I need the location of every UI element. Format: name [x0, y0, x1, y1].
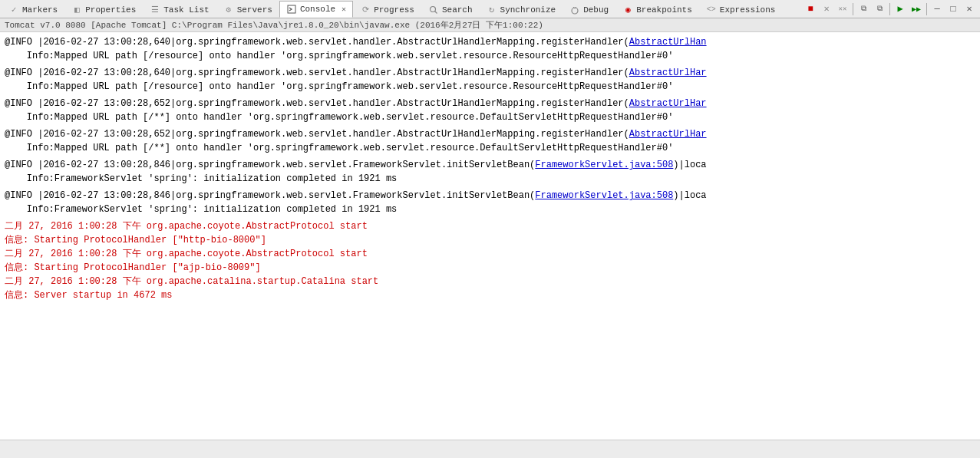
log-line-7f: 信息: Server startup in 4672 ms	[5, 288, 975, 302]
log-entry-1: @INFO |2016-02-27 13:00:28,640|org.sprin…	[5, 35, 975, 63]
svg-point-3	[572, 8, 578, 14]
separator-1	[853, 3, 853, 15]
progress-icon: ⟳	[360, 5, 371, 15]
log-line-7b: 信息: Starting ProtocolHandler ["http-bio-…	[5, 233, 975, 247]
tab-search-label: Search	[442, 5, 473, 15]
debug-icon	[569, 5, 580, 15]
view-button-2[interactable]: ⧉	[872, 2, 887, 17]
log-line-5b: Info:FrameworkServlet 'spring': initiali…	[5, 172, 975, 186]
status-bar	[0, 440, 980, 458]
svg-point-1	[430, 6, 435, 12]
link-2[interactable]: AbstractUrlHar	[629, 68, 707, 78]
tab-servers-label: Servers	[237, 5, 272, 15]
svg-line-2	[434, 11, 437, 13]
log-line-7d: 信息: Starting ProtocolHandler ["ajp-bio-8…	[5, 261, 975, 275]
log-line-4b: Info:Mapped URL path [/**] onto handler …	[5, 141, 975, 155]
maximize-button[interactable]: □	[945, 2, 961, 17]
tab-progress-label: Progress	[374, 5, 414, 15]
log-line-5: @INFO |2016-02-27 13:00:28,846|org.sprin…	[5, 158, 975, 172]
expressions-icon: <>	[706, 5, 717, 15]
link-1[interactable]: AbstractUrlHan	[629, 37, 707, 48]
tasklist-icon: ☰	[150, 5, 160, 15]
tab-breakpoints[interactable]: ◉ Breakpoints	[615, 1, 699, 18]
separator-3	[926, 3, 927, 15]
tab-console-label: Console	[300, 5, 335, 14]
tab-expressions[interactable]: <> Expressions	[699, 1, 783, 18]
run-button[interactable]: ▶	[893, 2, 908, 17]
tab-tasklist-label: Task List	[163, 5, 209, 15]
log-line-4: @INFO |2016-02-27 13:00:28,652|org.sprin…	[5, 127, 975, 141]
log-entry-6: @INFO |2016-02-27 13:00:28,846|org.sprin…	[5, 189, 975, 216]
console-output: @INFO |2016-02-27 13:00:28,640|org.sprin…	[0, 32, 980, 440]
log-line-3: @INFO |2016-02-27 13:00:28,652|org.sprin…	[5, 97, 975, 110]
tab-markers[interactable]: ✓ Markers	[2, 1, 64, 18]
link-6[interactable]: FrameworkServlet.java:508	[535, 190, 673, 201]
log-line-6: @INFO |2016-02-27 13:00:28,846|org.sprin…	[5, 189, 975, 203]
log-entry-5: @INFO |2016-02-27 13:00:28,846|org.sprin…	[5, 158, 975, 186]
log-line-7: 二月 27, 2016 1:00:28 下午 org.apache.coyote…	[5, 219, 975, 233]
tab-markers-label: Markers	[22, 5, 58, 15]
tab-debug[interactable]: Debug	[563, 1, 615, 18]
tab-breakpoints-label: Breakpoints	[636, 5, 692, 15]
log-entry-3: @INFO |2016-02-27 13:00:28,652|org.sprin…	[5, 97, 975, 124]
properties-icon: ◧	[71, 5, 82, 15]
toolbar-buttons: ■ ✕ ✕✕ ⧉ ⧉ ▶ ▶▶ ─ □ ✕	[803, 2, 978, 17]
log-line-2: @INFO |2016-02-27 13:00:28,640|org.sprin…	[5, 66, 975, 80]
tab-debug-label: Debug	[583, 5, 609, 15]
close-view-button[interactable]: ✕	[962, 2, 977, 17]
tab-servers[interactable]: ⚙ Servers	[216, 1, 279, 18]
log-entry-7: 二月 27, 2016 1:00:28 下午 org.apache.coyote…	[5, 219, 975, 302]
log-line-3b: Info:Mapped URL path [/**] onto handler …	[5, 110, 975, 124]
tabs-container: ✓ Markers ◧ Properties ☰ Task List ⚙ Ser…	[2, 0, 803, 18]
tab-tasklist[interactable]: ☰ Task List	[143, 1, 216, 18]
log-entry-2: @INFO |2016-02-27 13:00:28,640|org.sprin…	[5, 66, 975, 94]
stop-button[interactable]: ■	[803, 2, 818, 17]
run-all-button[interactable]: ▶▶	[909, 2, 924, 17]
log-line-7c: 二月 27, 2016 1:00:28 下午 org.apache.coyote…	[5, 247, 975, 261]
tab-console-close[interactable]: ✕	[342, 5, 346, 14]
view-button-1[interactable]: ⧉	[856, 2, 871, 17]
tab-progress[interactable]: ⟳ Progress	[353, 1, 421, 18]
tab-properties[interactable]: ◧ Properties	[64, 1, 143, 18]
minimize-button[interactable]: ─	[929, 2, 945, 17]
sync-icon: ↻	[487, 5, 497, 15]
link-4[interactable]: AbstractUrlHar	[629, 129, 707, 140]
separator-2	[889, 3, 890, 15]
log-line-1: @INFO |2016-02-27 13:00:28,640|org.sprin…	[5, 35, 975, 49]
console-titlebar: Tomcat v7.0 8080 [Apache Tomcat] C:\Prog…	[0, 18, 980, 32]
tab-search[interactable]: Search	[421, 1, 480, 18]
log-line-7e: 二月 27, 2016 1:00:28 下午 org.apache.catali…	[5, 275, 975, 288]
tab-sync-label: Synchronize	[500, 5, 556, 15]
terminate-all-button[interactable]: ✕✕	[835, 2, 850, 17]
breakpoints-icon: ◉	[622, 5, 633, 15]
log-line-1b: Info:Mapped URL path [/resource] onto ha…	[5, 49, 975, 63]
terminate-button[interactable]: ✕	[819, 2, 834, 17]
tab-console[interactable]: Console ✕	[279, 1, 353, 18]
link-5[interactable]: FrameworkServlet.java:508	[535, 160, 673, 170]
tab-expressions-label: Expressions	[720, 5, 776, 15]
tab-synchronize[interactable]: ↻ Synchronize	[480, 1, 563, 18]
link-3[interactable]: AbstractUrlHar	[629, 98, 707, 109]
log-line-6b: Info:FrameworkServlet 'spring': initiali…	[5, 203, 975, 216]
servers-icon: ⚙	[223, 5, 234, 15]
markers-icon: ✓	[8, 5, 19, 15]
search-icon	[428, 5, 439, 15]
tab-bar: ✓ Markers ◧ Properties ☰ Task List ⚙ Ser…	[0, 0, 980, 18]
log-line-2b: Info:Mapped URL path [/resource] onto ha…	[5, 80, 975, 94]
log-entry-4: @INFO |2016-02-27 13:00:28,652|org.sprin…	[5, 127, 975, 155]
tab-properties-label: Properties	[85, 5, 136, 15]
console-icon	[286, 4, 297, 15]
console-title-text: Tomcat v7.0 8080 [Apache Tomcat] C:\Prog…	[5, 19, 543, 31]
